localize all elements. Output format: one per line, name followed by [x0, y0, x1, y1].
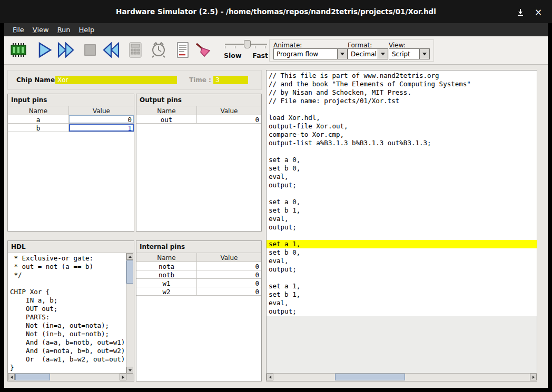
scrollbar-corner	[126, 374, 134, 381]
slider-fast-label: Fast	[252, 52, 268, 59]
script-panel: // This file is part of www.nand2tetris.…	[266, 70, 537, 381]
code-line: Not (in=a, out=nota);	[8, 321, 126, 330]
table-header-row: NameValue	[8, 106, 134, 115]
script-view-icon[interactable]	[174, 42, 192, 58]
menu-item-help[interactable]: Help	[75, 24, 99, 35]
code-line: Or (a=w1, b=w2, out=out);	[8, 355, 126, 364]
format-select[interactable]: Decimal	[348, 48, 388, 59]
menu-item-run[interactable]: Run	[53, 24, 75, 35]
speed-slider[interactable]: Slow Fast	[224, 38, 268, 63]
code-line: load Xor.hdl,	[267, 114, 537, 122]
hdl-code: * Exclusive-or gate: * out = not (a == b…	[8, 253, 126, 374]
script-code: // This file is part of www.nand2tetris.…	[267, 71, 537, 316]
hdl-title: HDL	[8, 241, 134, 253]
pin-row-b: b1	[8, 124, 134, 132]
code-line: set b 0,	[267, 248, 537, 257]
menu-item-view[interactable]: View	[28, 24, 53, 35]
clock-icon[interactable]	[150, 42, 167, 58]
pin-value[interactable]: 0	[69, 115, 134, 124]
column-header: Name	[136, 253, 197, 262]
close-icon[interactable]: ×	[533, 7, 544, 17]
pin-name: a	[8, 115, 69, 124]
pin-row-w2: w20	[136, 287, 261, 296]
slider-thumb[interactable]	[244, 40, 251, 48]
column-header: Name	[136, 106, 197, 115]
view-select[interactable]: Script	[389, 48, 430, 59]
pin-name: b	[8, 124, 69, 132]
code-line: output;	[267, 265, 537, 274]
scroll-left-icon[interactable]	[8, 374, 15, 380]
window-title: Hardware Simulator (2.5) - /home/thomas/…	[0, 7, 552, 16]
code-line: eval,	[267, 257, 537, 265]
script-horizontal-scrollbar[interactable]	[267, 373, 537, 381]
input-pins-panel: Input pins NameValuea0b1	[7, 94, 134, 232]
menu-item-file[interactable]: File	[8, 24, 28, 35]
calculator-icon[interactable]	[126, 42, 144, 58]
run-icon[interactable]	[57, 42, 75, 58]
table-header-row: NameValue	[136, 106, 261, 115]
time-label: Time :	[189, 76, 211, 84]
minimize-icon[interactable]	[515, 7, 526, 17]
pin-row-out: out0	[136, 115, 261, 124]
stop-icon[interactable]	[81, 42, 99, 58]
hdl-horizontal-scrollbar[interactable]	[8, 373, 126, 381]
pin-row-nota: nota0	[136, 262, 261, 270]
reset-icon[interactable]	[102, 42, 120, 58]
code-line: compare-to Xor.cmp,	[267, 130, 537, 139]
code-line: * Exclusive-or gate:	[8, 254, 126, 263]
scrollbar-thumb[interactable]	[126, 260, 133, 284]
hdl-body: * Exclusive-or gate: * out = not (a == b…	[8, 253, 134, 381]
internal-pins-table: NameValuenota0notb0w10w20	[136, 253, 261, 381]
scrollbar-thumb[interactable]	[335, 374, 405, 380]
code-line: }	[8, 364, 126, 372]
view-label: View:	[389, 42, 406, 49]
scroll-right-icon[interactable]	[530, 374, 537, 380]
code-line: eval,	[267, 173, 537, 181]
code-line: set b 1,	[267, 206, 537, 215]
pin-value: 0	[197, 279, 261, 287]
pin-value[interactable]: 1	[69, 124, 134, 132]
chevron-down-icon[interactable]	[378, 49, 388, 59]
code-line: eval,	[267, 215, 537, 223]
column-header: Value	[69, 106, 134, 115]
code-line: // This file is part of www.nand2tetris.…	[267, 72, 537, 80]
hdl-panel: HDL * Exclusive-or gate: * out = not (a …	[7, 240, 134, 381]
chip-load-icon[interactable]	[9, 42, 27, 58]
scroll-left-icon[interactable]	[267, 374, 273, 380]
code-line: * out = not (a == b)	[8, 263, 126, 271]
download-arrow-icon	[517, 8, 524, 16]
code-line: set a 1,	[267, 282, 537, 290]
code-line: output-file Xor.out,	[267, 122, 537, 130]
scroll-up-icon[interactable]	[126, 253, 133, 260]
chip-row: Chip Name : Xor Time : 3	[7, 70, 262, 90]
output-pins-table: NameValueout0	[136, 106, 261, 231]
app-window: Hardware Simulator (2.5) - /home/thomas/…	[0, 0, 552, 392]
animate-label: Animate:	[273, 42, 302, 49]
chip-name-input[interactable]: Xor	[55, 76, 177, 84]
pin-name: w2	[136, 287, 197, 296]
single-step-icon[interactable]	[36, 42, 54, 58]
chip-name-label: Chip Name :	[16, 76, 60, 84]
script-current-line: set a 1,	[267, 240, 537, 248]
code-line: output;	[267, 223, 537, 232]
chevron-down-icon[interactable]	[337, 49, 347, 59]
brush-icon[interactable]	[194, 42, 212, 58]
input-pins-table: NameValuea0b1	[8, 106, 134, 231]
code-line: CHIP Xor {	[8, 288, 126, 296]
input-pins-title: Input pins	[8, 94, 134, 106]
menubar: FileViewRunHelp	[4, 23, 548, 36]
scroll-right-icon[interactable]	[120, 374, 126, 380]
code-line: eval,	[267, 299, 537, 307]
code-line: set a 0,	[267, 198, 537, 206]
animate-select[interactable]: Program flow	[273, 48, 348, 59]
code-line: */	[8, 271, 126, 279]
chevron-down-icon[interactable]	[419, 49, 429, 59]
hdl-vertical-scrollbar[interactable]	[126, 253, 134, 374]
code-line: // by Nisan and Schocken, MIT Press.	[267, 88, 537, 97]
scroll-down-icon[interactable]	[126, 367, 133, 374]
code-line	[267, 274, 537, 282]
scrollbar-thumb[interactable]	[15, 374, 50, 380]
code-line	[267, 189, 537, 198]
output-pins-panel: Output pins NameValueout0	[136, 94, 262, 232]
code-line	[267, 232, 537, 240]
